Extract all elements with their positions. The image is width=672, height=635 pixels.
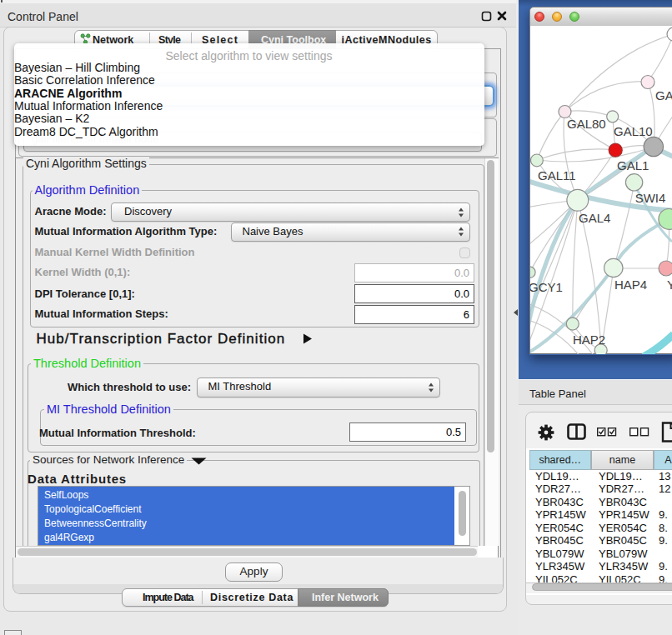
svg-text:GAL10: GAL10 <box>614 124 653 138</box>
svg-text:HAP2: HAP2 <box>573 332 605 347</box>
svg-text:GAL4: GAL4 <box>579 211 610 225</box>
svg-text:GCY1: GCY1 <box>530 280 563 294</box>
svg-text:GAL1: GAL1 <box>617 158 649 172</box>
svg-text:GAL80: GAL80 <box>567 117 606 131</box>
svg-text:Y: Y <box>667 278 672 292</box>
svg-text:HAP4: HAP4 <box>614 278 647 292</box>
svg-text:SWI4: SWI4 <box>635 191 666 205</box>
svg-text:GAL7: GAL7 <box>655 88 672 102</box>
svg-text:GAL11: GAL11 <box>538 168 576 182</box>
